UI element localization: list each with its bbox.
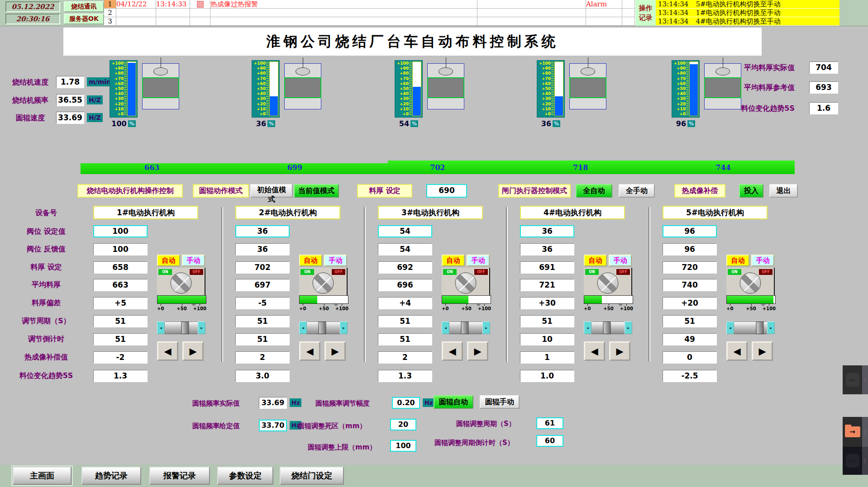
auto-button[interactable]: 自动	[442, 255, 465, 266]
slider-right-icon[interactable]: ▸	[625, 322, 632, 334]
auto-button[interactable]: 自动	[726, 255, 749, 266]
slider-left-icon[interactable]: ◂	[299, 322, 307, 334]
rotary-knob[interactable]	[597, 273, 618, 294]
slider-left-icon[interactable]: ◂	[726, 322, 734, 334]
valve-slider[interactable]: ◂ ▸	[726, 322, 775, 334]
initial-value-mode-button[interactable]: 初始值模式	[250, 184, 293, 198]
roller-freq-actual-value: 33.69	[259, 397, 287, 409]
increase-button[interactable]: ▶	[324, 341, 346, 361]
trend-value: 1.0	[520, 370, 574, 382]
valve-slider[interactable]: ◂ ▸	[584, 322, 632, 334]
slider-thumb[interactable]	[756, 322, 763, 334]
nav-alarm-record-button[interactable]: 报警记录	[149, 467, 210, 485]
roller-freq-set-input[interactable]: 33.70	[259, 420, 287, 431]
slider-right-icon[interactable]: ▸	[198, 322, 205, 334]
overlay-media-widget-2[interactable]: ⏭ ⋮	[843, 447, 868, 475]
thickness-avg-value: 697	[235, 279, 290, 291]
thermal-comp-value: 2	[235, 351, 290, 364]
full-manual-button[interactable]: 全手动	[619, 184, 655, 198]
valve-slider[interactable]: ◂ ▸	[157, 322, 205, 334]
roller-adjust-step-input[interactable]: 0.20	[392, 397, 420, 409]
top-status-bar: 05.12.2022 烧结通讯 20:30:16 服务器OK 1 04/12/2…	[0, 0, 868, 26]
server-status-button[interactable]: 服务器OK	[64, 14, 104, 24]
roller-speed-unit: H/Z	[87, 113, 103, 122]
rotary-knob[interactable]	[170, 273, 191, 294]
nav-main-screen-button[interactable]: 主画面	[13, 467, 72, 485]
roller-upper-limit-input[interactable]: 100	[390, 440, 416, 452]
decrease-button[interactable]: ◀	[442, 341, 463, 361]
thickness-dev-value: +4	[378, 297, 432, 309]
hz-unit: Hz	[423, 398, 434, 407]
slider-thumb[interactable]	[318, 322, 326, 334]
drag-dots-icon[interactable]: ⋮	[862, 447, 868, 475]
cycle-value: 51	[235, 315, 290, 327]
gauge-tick-label: +70	[542, 77, 551, 81]
auto-button[interactable]: 自动	[157, 255, 180, 266]
slider-left-icon[interactable]: ◂	[442, 322, 449, 334]
drag-dots-icon[interactable]: ⋮	[862, 417, 868, 447]
thickness-set-value: 720	[663, 261, 717, 274]
valve-feedback-value: 54	[378, 243, 432, 255]
valve-set-input[interactable]: 100	[93, 225, 148, 237]
sinter-comm-button[interactable]: 烧结通讯	[64, 1, 104, 12]
auto-button[interactable]: 自动	[584, 255, 607, 266]
valve-slider[interactable]: ◂ ▸	[442, 322, 490, 334]
gauge-track	[127, 61, 136, 116]
rotary-knob[interactable]	[455, 273, 476, 294]
nav-sinter-door-button[interactable]: 烧结门设定	[280, 467, 344, 485]
nav-trend-record-button[interactable]: 趋势记录	[81, 467, 141, 485]
auto-button[interactable]: 自动	[299, 255, 322, 266]
rotary-knob[interactable]	[312, 273, 334, 294]
decrease-button[interactable]: ◀	[584, 341, 605, 361]
slider-left-icon[interactable]: ◂	[157, 322, 165, 334]
slider-right-icon[interactable]: ▸	[340, 322, 348, 334]
valve-slider[interactable]: ◂ ▸	[299, 322, 348, 334]
valve-set-input[interactable]: 54	[378, 225, 432, 237]
current-value-mode-button[interactable]: 当前值模式	[294, 184, 339, 198]
decrease-button[interactable]: ◀	[299, 341, 320, 361]
roller-auto-button[interactable]: 圆辊自动	[434, 395, 473, 409]
drag-dots-icon[interactable]: ⋮	[862, 365, 868, 394]
overlay-folder-widget[interactable]: → ⋮	[843, 417, 868, 447]
increase-button[interactable]: ▶	[609, 341, 630, 361]
avg-thickness-ref-label: 平均料厚参考值	[733, 83, 795, 93]
valve-set-input[interactable]: 36	[520, 225, 574, 237]
manual-button[interactable]: 手动	[324, 255, 347, 266]
manual-button[interactable]: 手动	[182, 255, 205, 266]
tick-marks-icon	[686, 62, 689, 116]
decrease-button[interactable]: ◀	[157, 341, 178, 361]
bar-scale: +0+50+100	[442, 304, 491, 311]
thickness-set-input[interactable]: 690	[426, 184, 467, 198]
slider-thumb[interactable]	[181, 322, 189, 334]
engage-button[interactable]: 投入	[739, 184, 763, 198]
exit-button[interactable]: 退出	[769, 184, 798, 198]
increase-button[interactable]: ▶	[467, 341, 488, 361]
slider-thumb[interactable]	[461, 322, 468, 334]
rotary-knob[interactable]	[739, 273, 761, 294]
alarm-icon	[197, 1, 204, 8]
increase-button[interactable]: ▶	[752, 341, 773, 361]
manual-button[interactable]: 手动	[467, 255, 490, 266]
trend-value: 3.0	[235, 370, 290, 382]
overlay-media-widget[interactable]: ⏭ ⋮	[843, 365, 868, 394]
bar-scale: +0+50+100	[299, 304, 348, 311]
media-icon: ⏭	[846, 454, 859, 468]
valve-set-input[interactable]: 36	[235, 225, 290, 237]
slider-right-icon[interactable]: ▸	[767, 322, 775, 334]
slider-thumb[interactable]	[603, 322, 610, 334]
actuator-operate-control-button[interactable]: 烧结电动执行机构操作控制	[77, 184, 183, 198]
manual-button[interactable]: 手动	[751, 255, 774, 266]
nav-param-setting-button[interactable]: 参数设定	[217, 467, 273, 485]
slider-left-icon[interactable]: ◂	[584, 322, 591, 334]
valve-set-input[interactable]: 96	[663, 225, 717, 237]
manual-button[interactable]: 手动	[609, 255, 632, 266]
decrease-button[interactable]: ◀	[726, 341, 748, 361]
slider-right-icon[interactable]: ▸	[482, 322, 490, 334]
full-auto-button[interactable]: 全自动	[576, 184, 612, 198]
roller-deadzone-input[interactable]: 20	[390, 419, 416, 430]
increase-button[interactable]: ▶	[182, 341, 204, 361]
bar-scale: +0+50+100	[157, 304, 206, 311]
gauge-tick-label: +60	[677, 82, 686, 86]
roller-manual-button[interactable]: 圆辊手动	[480, 395, 520, 409]
roller-cycle-input[interactable]: 61	[536, 417, 563, 429]
